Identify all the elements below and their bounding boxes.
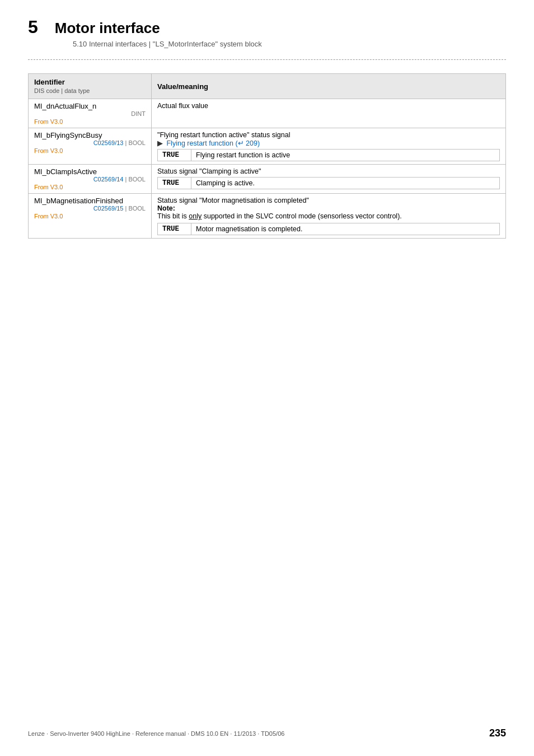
- value-cell-flux: Actual flux value: [152, 99, 506, 128]
- inner-table-flying: TRUE Flying restart function is active: [157, 149, 500, 161]
- divider-line: [28, 59, 506, 60]
- value-link-flying: ▶ Flying restart function (↵ 209): [157, 139, 500, 147]
- note-label: Note:: [157, 204, 175, 212]
- table-header-row: Identifier DIS code | data type Value/me…: [29, 74, 506, 99]
- inner-desc-clamp: Clamping is active.: [191, 178, 500, 189]
- col-header-dis-code: DIS code | data type: [34, 87, 90, 94]
- inner-table-mag: TRUE Motor magnetisation is completed.: [157, 223, 500, 235]
- identifier-cell-clamp: MI_bClampIsActive C02569/14 | BOOL From …: [29, 165, 152, 194]
- table-row: MI_bFlyingSyncBusy C02569/13 | BOOL From…: [29, 128, 506, 165]
- identifier-cell-mag: MI_bMagnetisationFinished C02569/15 | BO…: [29, 194, 152, 239]
- value-note-text-mag: This bit is only supported in the SLVC c…: [157, 212, 500, 220]
- inner-table-row: TRUE Flying restart function is active: [158, 150, 500, 161]
- page-number: 235: [489, 727, 506, 739]
- from-version-clamp: From V3.0: [34, 184, 146, 190]
- table-row: MI_bClampIsActive C02569/14 | BOOL From …: [29, 165, 506, 194]
- flying-function-link[interactable]: Flying restart function (↵ 209): [166, 139, 260, 147]
- dis-code-link-mag[interactable]: C02569/15: [93, 205, 124, 212]
- subheader: 5.10 Internal interfaces | "LS_MotorInte…: [73, 40, 506, 48]
- page-container: 5 Motor interface 5.10 Internal interfac…: [0, 0, 534, 272]
- from-version-flying: From V3.0: [34, 147, 146, 154]
- identifier-sub-mag: C02569/15 | BOOL: [34, 205, 146, 212]
- col-header-identifier: Identifier DIS code | data type: [29, 74, 152, 99]
- value-cell-mag: Status signal "Motor magnetisation is co…: [152, 194, 506, 239]
- arrow-icon: ▶: [157, 139, 163, 147]
- inner-table-row: TRUE Clamping is active.: [158, 178, 500, 189]
- identifier-cell-flying: MI_bFlyingSyncBusy C02569/13 | BOOL From…: [29, 128, 152, 165]
- value-main-clamp: Status signal "Clamping is active": [157, 167, 500, 175]
- chapter-title: Motor interface: [55, 20, 160, 37]
- value-cell-flying: "Flying restart function active" status …: [152, 128, 506, 165]
- table-row: MI_bMagnetisationFinished C02569/15 | BO…: [29, 194, 506, 239]
- dis-code-link-clamp[interactable]: C02569/14: [93, 176, 124, 183]
- page-header: 5 Motor interface 5.10 Internal interfac…: [28, 17, 506, 48]
- true-label-clamp: TRUE: [158, 178, 191, 189]
- value-main-flying: "Flying restart function active" status …: [157, 131, 500, 139]
- identifier-name-clamp: MI_bClampIsActive: [34, 167, 97, 176]
- main-table: Identifier DIS code | data type Value/me…: [28, 73, 506, 239]
- inner-desc-flying: Flying restart function is active: [191, 150, 500, 161]
- value-cell-clamp: Status signal "Clamping is active" TRUE …: [152, 165, 506, 194]
- identifier-sub-clamp: C02569/14 | BOOL: [34, 176, 146, 183]
- identifier-name-mag: MI_bMagnetisationFinished: [34, 197, 123, 205]
- identifier-sub-flux: DINT: [34, 110, 146, 117]
- identifier-sub-flying: C02569/13 | BOOL: [34, 139, 146, 146]
- only-underline: only: [189, 212, 202, 220]
- from-version-flux: From V3.0: [34, 118, 146, 125]
- value-note-mag: Note:: [157, 204, 500, 212]
- dis-code-link-flying[interactable]: C02569/13: [93, 139, 124, 146]
- table-row: MI_dnActualFlux_n DINT From V3.0 Actual …: [29, 99, 506, 128]
- col-header-value: Value/meaning: [152, 74, 506, 99]
- footer-text: Lenze · Servo-Inverter 9400 HighLine · R…: [28, 730, 284, 737]
- inner-table-row: TRUE Motor magnetisation is completed.: [158, 223, 500, 235]
- true-label-flying: TRUE: [158, 150, 191, 161]
- identifier-cell-flux: MI_dnActualFlux_n DINT From V3.0: [29, 99, 152, 128]
- value-main-mag: Status signal "Motor magnetisation is co…: [157, 197, 500, 204]
- inner-table-clamp: TRUE Clamping is active.: [157, 177, 500, 189]
- value-text-flux: Actual flux value: [157, 102, 208, 110]
- identifier-name-flux: MI_dnActualFlux_n: [34, 102, 96, 110]
- identifier-name-flying: MI_bFlyingSyncBusy: [34, 131, 102, 139]
- chapter-number: 5: [28, 17, 38, 38]
- header-top: 5 Motor interface: [28, 17, 506, 38]
- inner-desc-mag: Motor magnetisation is completed.: [191, 223, 500, 235]
- page-footer: Lenze · Servo-Inverter 9400 HighLine · R…: [28, 727, 506, 739]
- from-version-mag: From V3.0: [34, 213, 146, 220]
- true-label-mag: TRUE: [158, 223, 191, 235]
